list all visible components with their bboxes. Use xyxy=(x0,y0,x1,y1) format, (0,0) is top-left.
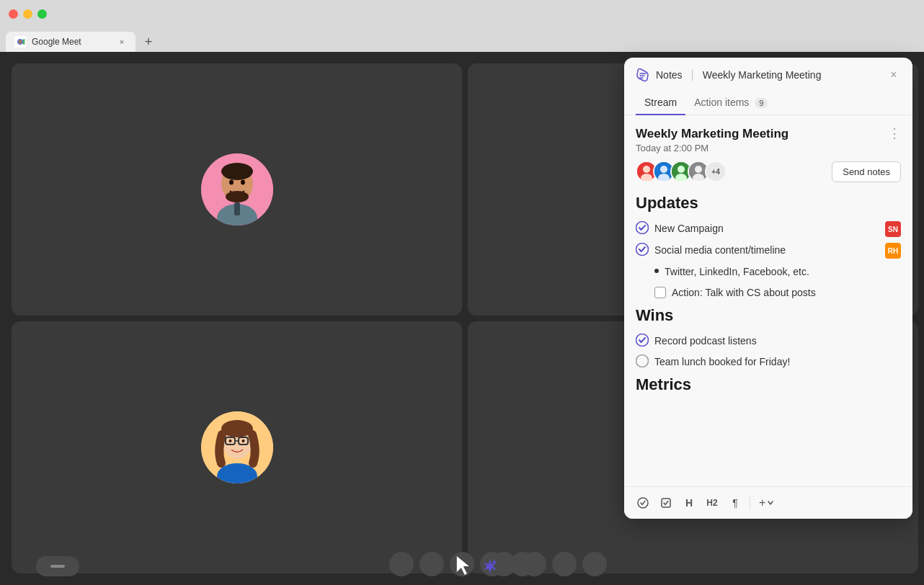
control-btn-r4[interactable] xyxy=(582,552,607,576)
svg-point-6 xyxy=(241,180,245,185)
note-text-action-cs: Action: Talk with CS about posts xyxy=(672,285,816,300)
control-btn-r2[interactable] xyxy=(522,552,546,576)
user-badge-sn: SN xyxy=(885,221,901,237)
note-item-social-media: Social media content/timeline RH xyxy=(636,243,901,259)
note-text-new-campaign: New Campaign xyxy=(654,221,724,236)
svg-point-4 xyxy=(221,163,253,180)
svg-rect-52 xyxy=(662,499,670,507)
check-filled-icon-1 xyxy=(636,221,649,234)
panel-title-separator: | xyxy=(691,68,694,81)
svg-point-22 xyxy=(228,439,231,442)
panel-meeting-title-header: Weekly Marketing Meeting xyxy=(703,69,822,81)
toolbar-h2-button[interactable]: H2 xyxy=(702,493,722,513)
meeting-title: Weekly Marketing Meeting xyxy=(636,127,788,141)
svg-point-36 xyxy=(643,166,650,173)
meeting-time: Today at 2:00 PM xyxy=(636,143,788,153)
svg-point-7 xyxy=(226,191,249,202)
action-item-cs: Action: Talk with CS about posts xyxy=(636,285,901,300)
panel-close-button[interactable]: × xyxy=(887,68,901,82)
svg-point-51 xyxy=(638,498,648,508)
tab-favicon-icon xyxy=(14,36,26,48)
note-text-team-lunch: Team lunch booked for Friday! xyxy=(654,354,790,370)
note-text-platforms: Twitter, LinkedIn, Facebook, etc. xyxy=(665,264,809,280)
note-item-new-campaign: New Campaign SN xyxy=(636,221,901,237)
cursor-pointer-icon xyxy=(453,555,476,578)
panel-toolbar: H H2 ¶ + xyxy=(624,486,912,519)
tab-action-items[interactable]: Action items 9 xyxy=(685,91,776,115)
action-items-badge: 9 xyxy=(755,98,768,108)
svg-point-42 xyxy=(678,166,685,173)
section-heading-updates: Updates xyxy=(636,194,901,213)
chevron-down-icon xyxy=(767,499,774,506)
video-tile-1 xyxy=(12,63,462,316)
toolbar-separator xyxy=(750,496,750,510)
participant-avatar-1 xyxy=(201,153,273,225)
bottom-controls xyxy=(0,542,924,585)
meeting-attendees: +4 Send notes xyxy=(636,161,901,182)
browser-chrome: Google Meet × + xyxy=(0,0,924,52)
svg-point-45 xyxy=(695,166,702,173)
svg-rect-9 xyxy=(234,202,240,215)
svg-marker-34 xyxy=(457,556,469,575)
traffic-light-red[interactable] xyxy=(9,9,18,19)
traffic-lights xyxy=(9,9,47,19)
note-text-podcast: Record podcast listens xyxy=(654,334,757,349)
toolbar-task-icon[interactable] xyxy=(633,493,653,513)
traffic-light-yellow[interactable] xyxy=(23,9,32,19)
svg-point-39 xyxy=(660,166,667,173)
section-heading-wins: Wins xyxy=(636,306,901,325)
tab-title: Google Meet xyxy=(32,37,111,47)
tab-bar: Google Meet × + xyxy=(0,27,924,52)
note-item-podcast: Record podcast listens xyxy=(636,334,901,349)
check-filled-icon-2 xyxy=(636,243,649,256)
browser-tab[interactable]: Google Meet × xyxy=(6,32,136,52)
svg-point-5 xyxy=(229,180,234,185)
action-checkbox-icon[interactable] xyxy=(654,287,666,298)
panel-tabs: Stream Action items 9 xyxy=(624,91,912,115)
attendee-avatar-list: +4 xyxy=(636,161,727,182)
traffic-light-green[interactable] xyxy=(37,9,47,19)
user-badge-rh: RH xyxy=(885,243,901,259)
tab-close-button[interactable]: × xyxy=(117,37,127,47)
meeting-info-header: Weekly Marketing Meeting Today at 2:00 P… xyxy=(636,127,901,153)
toolbar-paragraph-button[interactable]: ¶ xyxy=(725,493,745,513)
svg-point-50 xyxy=(636,355,649,367)
svg-point-23 xyxy=(241,439,244,442)
participant-face-3 xyxy=(201,411,273,483)
note-text-social-media: Social media content/timeline xyxy=(654,243,786,258)
meet-main-area: Notes | Weekly Marketing Meeting × Strea… xyxy=(0,52,924,585)
control-btn-r3[interactable] xyxy=(552,552,577,576)
toolbar-checkbox-icon[interactable] xyxy=(656,493,676,513)
new-tab-button[interactable]: + xyxy=(138,32,159,52)
attendee-more: +4 xyxy=(705,161,727,182)
control-btn-2[interactable] xyxy=(419,552,444,576)
mic-button[interactable] xyxy=(36,556,79,576)
participant-face-1 xyxy=(201,153,273,225)
notes-panel: Notes | Weekly Marketing Meeting × Strea… xyxy=(624,58,912,519)
participant-avatar-3 xyxy=(201,411,273,483)
panel-app-name: Notes xyxy=(656,69,683,81)
spark-icon xyxy=(480,556,500,576)
bullet-item-social-platforms: Twitter, LinkedIn, Facebook, etc. xyxy=(636,264,901,280)
meeting-more-button[interactable]: ⋮ xyxy=(888,127,901,140)
tab-stream[interactable]: Stream xyxy=(636,91,685,115)
notes-app-logo xyxy=(636,68,650,82)
bullet-dot-icon xyxy=(654,269,659,273)
panel-header: Notes | Weekly Marketing Meeting × xyxy=(624,58,912,91)
check-filled-icon-3 xyxy=(636,334,649,347)
panel-content: Weekly Marketing Meeting Today at 2:00 P… xyxy=(624,115,912,486)
toolbar-h1-button[interactable]: H xyxy=(679,493,699,513)
toolbar-add-button[interactable]: + xyxy=(755,494,778,512)
title-bar xyxy=(0,0,924,27)
check-outline-icon xyxy=(636,354,649,367)
section-heading-metrics: Metrics xyxy=(636,375,901,394)
video-tile-3 xyxy=(12,321,462,573)
note-item-team-lunch: Team lunch booked for Friday! xyxy=(636,354,901,370)
control-btn-1[interactable] xyxy=(389,552,414,576)
send-notes-button[interactable]: Send notes xyxy=(832,161,901,182)
